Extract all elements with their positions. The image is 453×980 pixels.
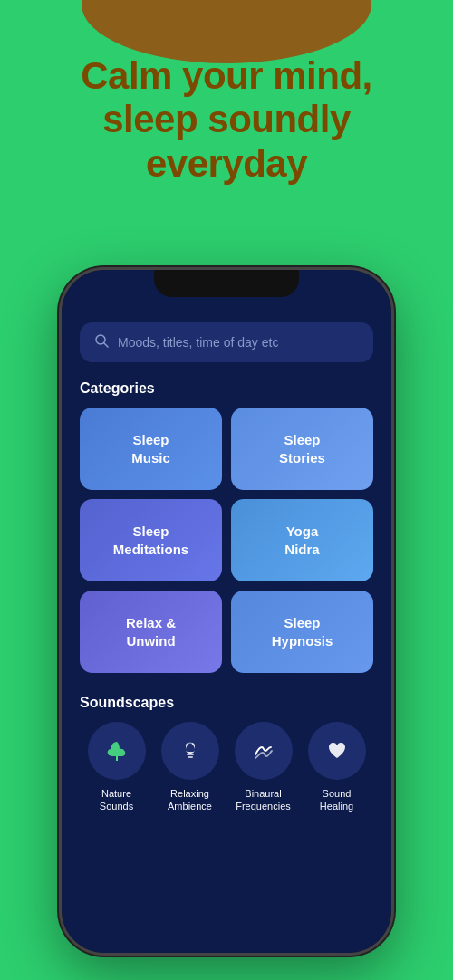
category-card-sleep-meditations[interactable]: SleepMeditations (80, 499, 222, 581)
svg-rect-3 (187, 754, 194, 755)
category-card-yoga-nidra[interactable]: YogaNidra (231, 499, 373, 581)
category-label-yoga-nidra: YogaNidra (284, 523, 319, 558)
soundscape-binaural-frequencies[interactable]: BinauralFrequencies (235, 722, 293, 813)
soundscape-nature-sounds[interactable]: NatureSounds (88, 722, 146, 813)
phone-notch (154, 270, 299, 297)
svg-rect-4 (188, 756, 193, 758)
soundscape-sound-healing[interactable]: SoundHealing (308, 722, 366, 813)
soundscapes-row: NatureSounds RelaxingAmbience (80, 722, 373, 813)
search-input-placeholder: Moods, titles, time of day etc (118, 335, 278, 350)
category-label-sleep-meditations: SleepMeditations (113, 523, 188, 558)
category-card-sleep-music[interactable]: SleepMusic (80, 408, 222, 490)
category-card-relax-unwind[interactable]: Relax &Unwind (80, 591, 222, 673)
search-bar[interactable]: Moods, titles, time of day etc (80, 322, 373, 362)
svg-line-1 (104, 343, 108, 347)
phone-frame: Moods, titles, time of day etc Categorie… (59, 267, 394, 956)
relaxing-ambience-icon-circle (161, 722, 219, 780)
category-label-sleep-stories: SleepStories (279, 431, 325, 466)
category-label-sleep-hypnosis: SleepHypnosis (272, 614, 333, 649)
category-card-sleep-stories[interactable]: SleepStories (231, 408, 373, 490)
category-card-sleep-hypnosis[interactable]: SleepHypnosis (231, 591, 373, 673)
hero-title: Calm your mind, sleep soundly everyday (36, 54, 417, 186)
categories-grid: SleepMusic SleepStories SleepMeditations… (80, 408, 373, 673)
hero-section: Calm your mind, sleep soundly everyday (0, 54, 453, 186)
category-label-sleep-music: SleepMusic (131, 431, 170, 466)
binaural-frequencies-label: BinauralFrequencies (236, 787, 291, 813)
categories-section-title: Categories (80, 380, 373, 397)
binaural-frequencies-icon-circle (235, 722, 293, 780)
soundscapes-section-title: Soundscapes (80, 695, 373, 711)
nature-sounds-icon-circle (88, 722, 146, 780)
phone-screen: Moods, titles, time of day etc Categorie… (62, 270, 391, 953)
soundscape-relaxing-ambience[interactable]: RelaxingAmbience (161, 722, 219, 813)
search-icon (94, 333, 109, 351)
nature-sounds-label: NatureSounds (100, 787, 133, 813)
sound-healing-label: SoundHealing (320, 787, 353, 813)
sound-healing-icon-circle (308, 722, 366, 780)
relaxing-ambience-label: RelaxingAmbience (168, 787, 212, 813)
category-label-relax-unwind: Relax &Unwind (126, 614, 176, 649)
